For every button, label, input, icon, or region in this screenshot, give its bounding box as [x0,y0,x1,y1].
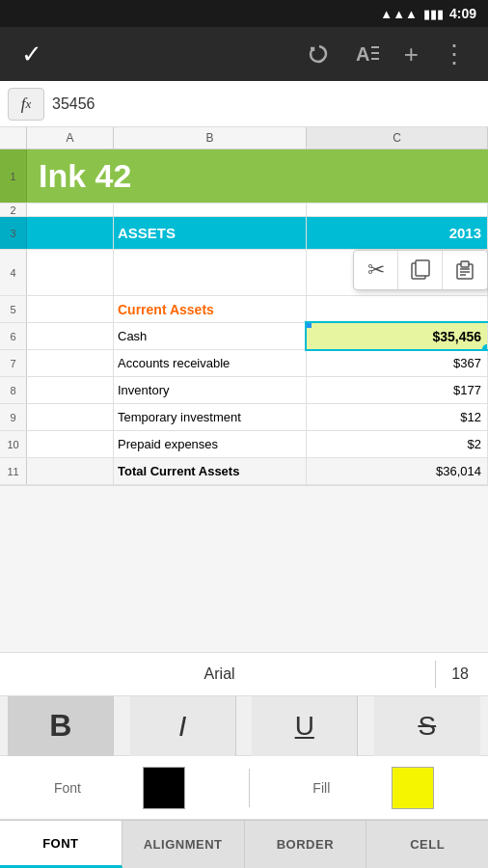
selection-handle-br[interactable] [482,344,488,349]
table-row: 9 Temporary investment $12 [0,404,488,431]
table-row: 4 ✂ [0,250,488,296]
bottom-area: Arial 18 B I U S Font Fill FONT ALIGNMEN… [0,652,488,868]
wifi-icon: ▲▲▲ [380,7,418,21]
fill-color-swatch[interactable] [392,767,434,809]
cell-5c[interactable] [307,296,488,322]
row-number: 1 [0,149,27,203]
cell-8b[interactable]: Inventory [114,377,307,403]
more-button[interactable]: ⋮ [430,32,478,77]
cell-3c[interactable]: 2013 [307,217,488,249]
check-button[interactable]: ✓ [10,32,54,77]
cell-7b[interactable]: Accounts receivable [114,350,307,376]
cell-11c[interactable]: $36,014 [307,458,488,484]
color-section-divider [249,769,250,807]
cell-7c[interactable]: $367 [307,350,488,376]
svg-rect-7 [461,261,469,267]
row-number: 2 [0,203,27,216]
cell-2a[interactable] [27,203,114,216]
cell-9b[interactable]: Temporary investment [114,404,307,430]
table-row: 2 [0,203,488,217]
copy-button[interactable] [398,251,443,289]
row-number: 4 [0,250,27,295]
row-number: 5 [0,296,27,322]
row-number: 11 [0,458,27,484]
cell-6c[interactable]: $35,456 [307,323,488,349]
underline-button[interactable]: U [252,696,358,756]
cell-10c[interactable]: $2 [307,431,488,457]
tab-border[interactable]: BORDER [245,821,367,868]
svg-text:A: A [356,43,369,65]
undo-button[interactable] [294,34,342,74]
row-number: 8 [0,377,27,403]
cell-2b[interactable] [114,203,307,216]
col-header-a: A [27,127,114,149]
cell-10b[interactable]: Prepaid expenses [114,431,307,457]
cut-button[interactable]: ✂ [354,251,398,289]
row-number: 6 [0,323,27,349]
selection-handle-tl[interactable] [307,323,312,328]
cell-6a[interactable] [27,323,114,349]
battery-icon: ▮▮▮ [423,7,444,21]
cell-5b[interactable]: Current Assets [114,296,307,322]
toolbar: ✓ A + ⋮ [0,27,488,81]
tab-bar: FONT ALIGNMENT BORDER CELL [0,820,488,868]
row-number: 3 [0,217,27,249]
table-row: 11 Total Current Assets $36,014 [0,458,488,485]
cell-8a[interactable] [27,377,114,403]
font-format-button[interactable]: A [342,34,393,74]
cell-3a[interactable] [27,217,114,249]
fx-button[interactable]: fx [8,88,44,121]
row-number: 10 [0,431,27,457]
col-header-c: C [307,127,488,149]
row-number: 7 [0,350,27,376]
add-button[interactable]: + [393,32,430,77]
table-row: 7 Accounts receivable $367 [0,350,488,377]
cell-11b[interactable]: Total Current Assets [114,458,307,484]
formula-bar: fx [0,81,488,127]
status-time: 4:09 [449,6,476,21]
cell-5a[interactable] [27,296,114,322]
tab-alignment[interactable]: ALIGNMENT [122,821,245,868]
strikethrough-button[interactable]: S [374,696,480,756]
font-color-swatch[interactable] [143,767,185,809]
title-cell[interactable]: Ink 42 [27,149,488,203]
font-size-bar: Arial 18 [0,652,488,696]
cell-3b[interactable]: ASSETS [114,217,307,249]
table-row: 6 Cash $35,456 [0,323,488,350]
font-divider [435,661,436,688]
cell-9a[interactable] [27,404,114,430]
font-size-value: 18 [451,665,469,683]
cell-11a[interactable] [27,458,114,484]
selected-cell-value: $35,456 [432,329,481,344]
row-number: 9 [0,404,27,430]
table-row: 3 ASSETS 2013 [0,217,488,250]
italic-button[interactable]: I [130,696,236,756]
color-row: Font Fill [0,756,488,820]
table-row: 8 Inventory $177 [0,377,488,404]
col-header-b: B [114,127,307,149]
cell-4b[interactable] [114,250,307,295]
status-icons: ▲▲▲ ▮▮▮ 4:09 [380,6,476,21]
table-row: 5 Current Assets [0,296,488,323]
paste-button[interactable] [443,251,487,289]
cell-4a[interactable] [27,250,114,295]
cell-6b[interactable]: Cash [114,323,307,349]
row-num-header [0,127,27,149]
cell-10a[interactable] [27,431,114,457]
table-row: 1 Ink 42 [0,149,488,203]
bold-button[interactable]: B [8,696,114,756]
status-bar: ▲▲▲ ▮▮▮ 4:09 [0,0,488,27]
tab-font[interactable]: FONT [0,821,122,868]
fill-color-label: Fill [312,780,330,796]
formula-input[interactable] [52,95,480,113]
cell-9c[interactable]: $12 [307,404,488,430]
cell-8c[interactable]: $177 [307,377,488,403]
format-buttons: B I U S [0,696,488,756]
cell-7a[interactable] [27,350,114,376]
spreadsheet: A B C 1 Ink 42 2 3 ASSETS 2013 4 ✂ [0,127,488,486]
table-row: 10 Prepaid expenses $2 [0,431,488,458]
context-menu: ✂ [353,250,488,290]
cell-2c[interactable] [307,203,488,216]
svg-rect-5 [416,260,429,276]
tab-cell[interactable]: CELL [366,821,488,868]
